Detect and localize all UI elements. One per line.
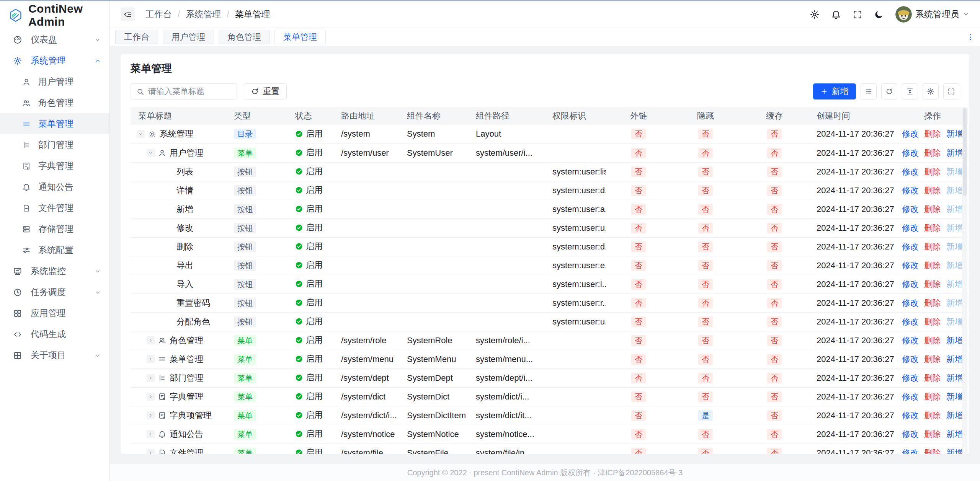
hidden-tag: 是 (698, 410, 713, 421)
row-expand-collapsed-button[interactable] (147, 355, 155, 363)
add-link[interactable]: 新增 (946, 391, 963, 403)
delete-link[interactable]: 删除 (924, 204, 941, 215)
search-input[interactable] (148, 87, 231, 96)
edit-link[interactable]: 修改 (902, 222, 919, 234)
app-logo[interactable]: ContiNew Admin (0, 1, 109, 29)
add-link[interactable]: 新增 (946, 335, 963, 346)
sidebar-subitem-1-0[interactable]: 用户管理 (0, 71, 109, 92)
delete-link[interactable]: 删除 (924, 410, 941, 421)
sidebar-subitem-1-5[interactable]: 通知公告 (0, 176, 109, 197)
add-link[interactable]: 新增 (946, 429, 963, 440)
edit-link[interactable]: 修改 (902, 241, 919, 253)
edit-link[interactable]: 修改 (902, 128, 919, 140)
sidebar-item-6[interactable]: 关于项目 (0, 345, 109, 366)
edit-link[interactable]: 修改 (902, 335, 919, 346)
sidebar-item-3[interactable]: 任务调度 (0, 282, 109, 303)
row-expand-collapsed-button[interactable] (147, 393, 155, 401)
add-link[interactable]: 新增 (946, 147, 963, 159)
tab-0[interactable]: 工作台 (115, 30, 158, 44)
edit-link[interactable]: 修改 (902, 204, 919, 215)
tab-2[interactable]: 角色管理 (219, 30, 270, 44)
breadcrumb-item[interactable]: 菜单管理 (235, 8, 270, 20)
table-scrollbar[interactable] (962, 107, 967, 454)
reset-button[interactable]: 重置 (244, 83, 287, 99)
row-height-button[interactable] (902, 83, 918, 99)
row-expand-expanded-button[interactable] (147, 149, 155, 157)
tab-3[interactable]: 菜单管理 (274, 30, 326, 44)
delete-link[interactable]: 删除 (924, 241, 941, 253)
sidebar-subitem-1-2[interactable]: 菜单管理 (0, 113, 109, 134)
edit-link[interactable]: 修改 (902, 147, 919, 159)
file-icon (22, 204, 31, 212)
edit-link[interactable]: 修改 (902, 316, 919, 328)
sidebar-subitem-1-6[interactable]: 文件管理 (0, 197, 109, 218)
delete-link[interactable]: 删除 (924, 447, 941, 454)
row-expand-collapsed-button[interactable] (147, 374, 155, 382)
row-expand-collapsed-button[interactable] (147, 449, 155, 454)
add-link[interactable]: 新增 (946, 128, 963, 140)
sidebar-subitem-1-3[interactable]: 部门管理 (0, 134, 109, 155)
edit-link[interactable]: 修改 (902, 410, 919, 421)
edit-link[interactable]: 修改 (902, 391, 919, 403)
table-fullscreen-button[interactable] (943, 83, 959, 99)
add-link[interactable]: 新增 (946, 447, 963, 454)
delete-link[interactable]: 删除 (924, 316, 941, 328)
edit-link[interactable]: 修改 (902, 354, 919, 365)
permission-cell (545, 406, 606, 425)
sidebar-subitem-1-1[interactable]: 角色管理 (0, 92, 109, 113)
user-menu[interactable]: 系统管理员 (895, 6, 969, 23)
sidebar-subitem-1-4[interactable]: 字典管理 (0, 155, 109, 176)
edit-link[interactable]: 修改 (902, 372, 919, 384)
edit-link[interactable]: 修改 (902, 297, 919, 309)
add-link[interactable]: 新增 (946, 372, 963, 384)
row-expand-collapsed-button[interactable] (147, 336, 155, 344)
settings-icon[interactable] (810, 10, 820, 20)
sidebar-item-1[interactable]: 系统管理 (0, 50, 109, 71)
edit-link[interactable]: 修改 (902, 279, 919, 290)
breadcrumb-item[interactable]: 系统管理 (186, 8, 221, 20)
delete-link[interactable]: 删除 (924, 391, 941, 403)
delete-link[interactable]: 删除 (924, 297, 941, 309)
tab-1[interactable]: 用户管理 (163, 30, 214, 44)
sidebar-collapse-button[interactable] (121, 7, 135, 21)
column-list-button[interactable] (861, 83, 877, 99)
delete-link[interactable]: 删除 (924, 260, 941, 271)
add-link[interactable]: 新增 (946, 354, 963, 365)
edit-link[interactable]: 修改 (902, 447, 919, 454)
dark-mode-moon-icon[interactable] (874, 10, 884, 20)
sidebar-item-0[interactable]: 仪表盘 (0, 29, 109, 50)
menu-management-card: 菜单管理 重置 (121, 54, 969, 454)
delete-link[interactable]: 删除 (924, 147, 941, 159)
edit-link[interactable]: 修改 (902, 429, 919, 440)
created-time-cell: 2024-11-17 20:36:27 (809, 143, 897, 162)
delete-link[interactable]: 删除 (924, 128, 941, 140)
delete-link[interactable]: 删除 (924, 166, 941, 178)
add-button[interactable]: 新增 (813, 83, 856, 99)
sidebar-item-2[interactable]: 系统监控 (0, 261, 109, 282)
table-refresh-button[interactable] (881, 83, 897, 99)
row-expand-collapsed-button[interactable] (147, 430, 155, 438)
edit-link[interactable]: 修改 (902, 260, 919, 271)
sidebar-subitem-1-8[interactable]: 系统配置 (0, 240, 109, 261)
delete-link[interactable]: 删除 (924, 429, 941, 440)
delete-link[interactable]: 删除 (924, 335, 941, 346)
sidebar-item-4[interactable]: 应用管理 (0, 303, 109, 324)
edit-link[interactable]: 修改 (902, 185, 919, 196)
sidebar-subitem-1-7[interactable]: 存储管理 (0, 218, 109, 240)
sidebar-item-5[interactable]: 代码生成 (0, 324, 109, 345)
delete-link[interactable]: 删除 (924, 372, 941, 384)
breadcrumb-item[interactable]: 工作台 (145, 8, 172, 20)
delete-link[interactable]: 删除 (924, 279, 941, 290)
fullscreen-icon[interactable] (853, 10, 862, 20)
delete-link[interactable]: 删除 (924, 222, 941, 234)
row-expand-expanded-button[interactable] (137, 130, 145, 138)
edit-link[interactable]: 修改 (902, 166, 919, 178)
table-settings-button[interactable] (923, 83, 939, 99)
tab-more-icon[interactable] (966, 33, 975, 41)
row-expand-collapsed-button[interactable] (147, 411, 155, 419)
delete-link[interactable]: 删除 (924, 354, 941, 365)
notification-bell-icon[interactable] (831, 10, 841, 20)
add-link[interactable]: 新增 (946, 410, 963, 421)
scrollbar-thumb[interactable] (963, 108, 967, 196)
delete-link[interactable]: 删除 (924, 185, 941, 196)
